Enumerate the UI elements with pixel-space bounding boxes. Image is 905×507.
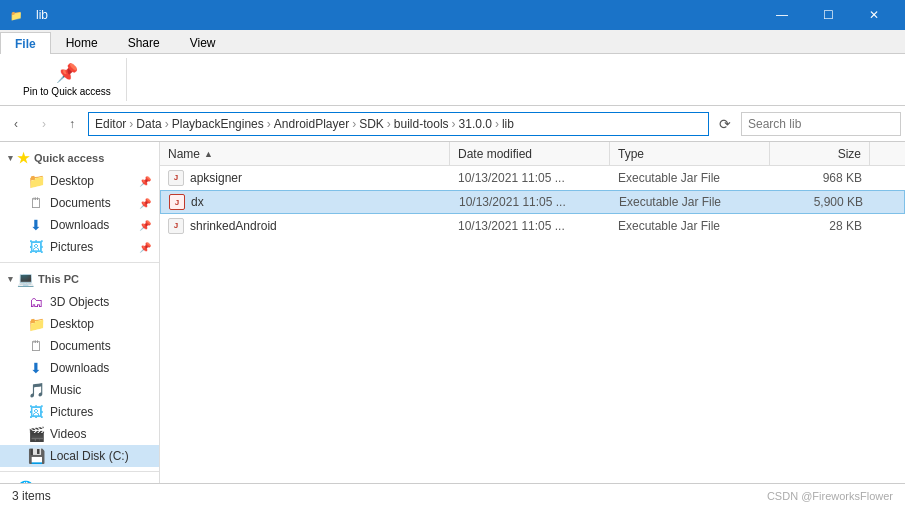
jar-file-icon-shrinked: J bbox=[168, 218, 184, 234]
col-date-label: Date modified bbox=[458, 147, 532, 161]
watermark: CSDN @FireworksFlower bbox=[767, 490, 893, 502]
file-name-shrinked: shrinkedAndroid bbox=[190, 219, 277, 233]
col-header-size[interactable]: Size bbox=[770, 142, 870, 165]
path-sdk: SDK bbox=[359, 117, 384, 131]
sidebar-label-pictures-pc: Pictures bbox=[50, 405, 151, 419]
path-editor: Editor bbox=[95, 117, 126, 131]
item-count: 3 items bbox=[12, 489, 51, 503]
file-cell-size-dx: 5,900 KB bbox=[771, 191, 871, 213]
pin-icon-documents: 📌 bbox=[139, 198, 151, 209]
file-cell-date-apksigner: 10/13/2021 11:05 ... bbox=[450, 166, 610, 189]
sidebar-item-localdisk[interactable]: 💾 Local Disk (C:) bbox=[0, 445, 159, 467]
back-button[interactable]: ‹ bbox=[4, 112, 28, 136]
sidebar-item-documents-pc[interactable]: 🗒 Documents bbox=[0, 335, 159, 357]
desktop-folder-icon: 📁 bbox=[28, 316, 44, 332]
sidebar-label-downloads-pc: Downloads bbox=[50, 361, 151, 375]
jar-file-icon-dx: J bbox=[169, 194, 185, 210]
sidebar-label-3dobjects: 3D Objects bbox=[50, 295, 151, 309]
minimize-button[interactable]: — bbox=[759, 0, 805, 30]
sidebar-item-desktop-qa[interactable]: 📁 Desktop 📌 bbox=[0, 170, 159, 192]
col-name-label: Name bbox=[168, 147, 200, 161]
pictures-icon-qa: 🖼 bbox=[28, 239, 44, 255]
file-row-dx[interactable]: J dx 10/13/2021 11:05 ... Executable Jar… bbox=[160, 190, 905, 214]
tab-file[interactable]: File bbox=[0, 32, 51, 54]
network-icon: 🌐 bbox=[17, 480, 34, 483]
address-path[interactable]: Editor › Data › PlaybackEngines › Androi… bbox=[88, 112, 709, 136]
file-row-shrinkedandroid[interactable]: J shrinkedAndroid 10/13/2021 11:05 ... E… bbox=[160, 214, 905, 238]
col-header-date[interactable]: Date modified bbox=[450, 142, 610, 165]
sidebar-quick-access-header[interactable]: ▾ ★ Quick access bbox=[0, 146, 159, 170]
up-button[interactable]: ↑ bbox=[60, 112, 84, 136]
downloads-icon-pc: ⬇ bbox=[28, 360, 44, 376]
pin-icon-pictures: 📌 bbox=[139, 242, 151, 253]
file-cell-type-apksigner: Executable Jar File bbox=[610, 166, 770, 189]
sidebar-item-downloads-pc[interactable]: ⬇ Downloads bbox=[0, 357, 159, 379]
app-icon: 📁 bbox=[8, 7, 24, 23]
file-row-apksigner[interactable]: J apksigner 10/13/2021 11:05 ... Executa… bbox=[160, 166, 905, 190]
sidebar: ▾ ★ Quick access 📁 Desktop 📌 🗒 Documents… bbox=[0, 142, 160, 483]
jar-icon-apksigner: J bbox=[168, 170, 184, 186]
file-cell-type-shrinked: Executable Jar File bbox=[610, 214, 770, 237]
title-bar: 📁 lib — ☐ ✕ bbox=[0, 0, 905, 30]
sidebar-item-pictures-pc[interactable]: 🖼 Pictures bbox=[0, 401, 159, 423]
ribbon-content: 📌 Pin to Quick access bbox=[0, 54, 905, 106]
videos-icon: 🎬 bbox=[28, 426, 44, 442]
pin-label: Pin to Quick access bbox=[23, 86, 111, 97]
file-cell-name-dx: J dx bbox=[161, 191, 451, 213]
file-cell-size-shrinked: 28 KB bbox=[770, 214, 870, 237]
divider-2 bbox=[0, 471, 159, 472]
sidebar-item-desktop-pc[interactable]: 📁 Desktop bbox=[0, 313, 159, 335]
column-header: Name ▲ Date modified Type Size bbox=[160, 142, 905, 166]
sidebar-label-downloads-qa: Downloads bbox=[50, 218, 133, 232]
path-version: 31.0.0 bbox=[459, 117, 492, 131]
search-box[interactable] bbox=[741, 112, 901, 136]
sidebar-label-music: Music bbox=[50, 383, 151, 397]
this-pc-icon: 💻 bbox=[17, 271, 34, 287]
forward-button[interactable]: › bbox=[32, 112, 56, 136]
tab-view[interactable]: View bbox=[175, 31, 231, 53]
tab-share[interactable]: Share bbox=[113, 31, 175, 53]
address-bar: ‹ › ↑ Editor › Data › PlaybackEngines › … bbox=[0, 106, 905, 142]
sidebar-network-header[interactable]: ▸ 🌐 Network bbox=[0, 476, 159, 483]
sidebar-item-pictures-qa[interactable]: 🖼 Pictures 📌 bbox=[0, 236, 159, 258]
sidebar-label-desktop-qa: Desktop bbox=[50, 174, 133, 188]
path-buildtools: build-tools bbox=[394, 117, 449, 131]
col-header-type[interactable]: Type bbox=[610, 142, 770, 165]
sidebar-label-videos: Videos bbox=[50, 427, 151, 441]
file-cell-date-dx: 10/13/2021 11:05 ... bbox=[451, 191, 611, 213]
path-data: Data bbox=[136, 117, 161, 131]
pin-icon-desktop: 📌 bbox=[139, 176, 151, 187]
quick-access-label: Quick access bbox=[34, 152, 104, 164]
sort-arrow: ▲ bbox=[204, 149, 213, 159]
sidebar-item-documents-qa[interactable]: 🗒 Documents 📌 bbox=[0, 192, 159, 214]
file-cell-name-apksigner: J apksigner bbox=[160, 166, 450, 189]
quick-access-icon: ★ bbox=[17, 150, 30, 166]
file-name-apksigner: apksigner bbox=[190, 171, 242, 185]
chevron-quick-access: ▾ bbox=[8, 153, 13, 163]
search-input[interactable] bbox=[748, 117, 894, 131]
col-header-name[interactable]: Name ▲ bbox=[160, 142, 450, 165]
sidebar-item-videos[interactable]: 🎬 Videos bbox=[0, 423, 159, 445]
documents-icon-qa: 🗒 bbox=[28, 195, 44, 211]
downloads-icon-qa: ⬇ bbox=[28, 217, 44, 233]
sidebar-label-documents-qa: Documents bbox=[50, 196, 133, 210]
sidebar-label-localdisk: Local Disk (C:) bbox=[50, 449, 151, 463]
status-bar: 3 items CSDN @FireworksFlower bbox=[0, 483, 905, 507]
sidebar-label-pictures-qa: Pictures bbox=[50, 240, 133, 254]
tab-home[interactable]: Home bbox=[51, 31, 113, 53]
file-cell-date-shrinked: 10/13/2021 11:05 ... bbox=[450, 214, 610, 237]
refresh-button[interactable]: ⟳ bbox=[713, 112, 737, 136]
sidebar-item-3dobjects[interactable]: 🗂 3D Objects bbox=[0, 291, 159, 313]
maximize-button[interactable]: ☐ bbox=[805, 0, 851, 30]
localdisk-icon: 💾 bbox=[28, 448, 44, 464]
path-lib: lib bbox=[502, 117, 514, 131]
sidebar-item-downloads-qa[interactable]: ⬇ Downloads 📌 bbox=[0, 214, 159, 236]
sidebar-label-desktop-pc: Desktop bbox=[50, 317, 151, 331]
pin-quick-access-btn[interactable]: 📌 Pin to Quick access bbox=[16, 58, 118, 102]
close-button[interactable]: ✕ bbox=[851, 0, 897, 30]
path-androidplayer: AndroidPlayer bbox=[274, 117, 349, 131]
col-size-label: Size bbox=[838, 147, 861, 161]
sidebar-item-music[interactable]: 🎵 Music bbox=[0, 379, 159, 401]
sidebar-this-pc-header[interactable]: ▾ 💻 This PC bbox=[0, 267, 159, 291]
documents-icon-pc: 🗒 bbox=[28, 338, 44, 354]
